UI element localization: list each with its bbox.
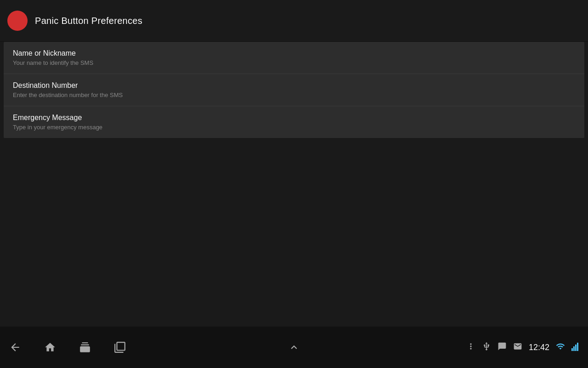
pref-item-name-nickname[interactable]: Name or Nickname Your name to identify t…: [4, 42, 584, 74]
back-button[interactable]: [9, 341, 21, 353]
nav-left-group: [9, 341, 126, 353]
pref-title-destination-number: Destination Number: [13, 81, 575, 90]
nav-center-group: [288, 341, 300, 353]
pref-subtitle-name-nickname: Your name to identify the SMS: [13, 59, 575, 66]
pref-title-name-nickname: Name or Nickname: [13, 49, 575, 58]
app-icon: [7, 11, 28, 31]
svg-rect-3: [577, 343, 578, 351]
pref-item-emergency-message[interactable]: Emergency Message Type in your emergency…: [4, 106, 584, 138]
pref-item-destination-number[interactable]: Destination Number Enter the destination…: [4, 74, 584, 106]
svg-rect-0: [571, 348, 573, 351]
signal-icon: [571, 342, 579, 353]
sms-icon: [498, 342, 507, 353]
svg-rect-1: [573, 346, 575, 351]
recents-button[interactable]: [79, 341, 91, 353]
status-bar: 12:42: [466, 342, 579, 353]
usb-icon: [482, 342, 491, 353]
settings-icon: [466, 342, 475, 353]
app-title: Panic Button Preferences: [35, 16, 142, 26]
pref-title-emergency-message: Emergency Message: [13, 114, 575, 122]
screenshot-button[interactable]: [114, 341, 126, 353]
wifi-icon: [556, 342, 565, 353]
preferences-list: Name or Nickname Your name to identify t…: [4, 42, 584, 138]
email-icon: [513, 342, 522, 353]
up-button[interactable]: [288, 341, 300, 353]
svg-rect-2: [575, 345, 577, 351]
pref-subtitle-emergency-message: Type in your emergency message: [13, 124, 575, 131]
navigation-bar: 12:42: [0, 327, 588, 368]
top-app-bar: Panic Button Preferences: [0, 0, 588, 41]
home-button[interactable]: [44, 341, 56, 353]
clock-display: 12:42: [529, 343, 549, 352]
pref-subtitle-destination-number: Enter the destination number for the SMS: [13, 92, 575, 98]
